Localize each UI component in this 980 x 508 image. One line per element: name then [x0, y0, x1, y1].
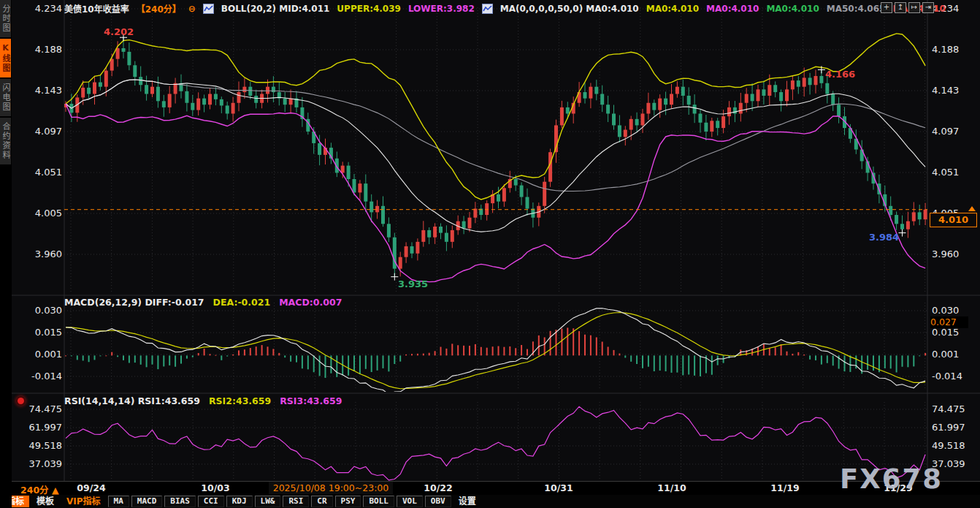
toolbar-BIAS[interactable]: BIAS: [164, 496, 196, 507]
macd-macd-label: MACD:0.007: [279, 297, 342, 308]
sidebar-tab-分时图[interactable]: 分时图: [0, 0, 11, 37]
boll-mid-label: BOLL(20,2) MID:4.011: [221, 4, 330, 14]
rsi-axis-right-2: 49.518: [932, 440, 977, 451]
boll-lower-label: LOWER:3.982: [408, 4, 475, 14]
price-axis-left-2: 4.143: [22, 85, 62, 96]
toolbar-VOL[interactable]: VOL: [397, 496, 423, 507]
last-price-marker: [968, 206, 976, 211]
macd-axis-right-0: 0.030: [932, 305, 977, 316]
x-tick-11/10: 11/10: [646, 482, 697, 493]
sidebar-tab-合约资料[interactable]: 合约资料: [0, 118, 11, 164]
macd-axis-left-2: 0.001: [22, 349, 62, 360]
crosshair-icon[interactable]: +: [881, 2, 892, 13]
macd-axis-right-2: 0.001: [932, 349, 977, 360]
toolbar-OBV[interactable]: OBV: [425, 496, 451, 507]
price-axis-left-3: 4.097: [22, 126, 62, 137]
x-tick-10/03: 10/03: [190, 482, 241, 493]
macd-axis-right-1: 0.015: [932, 327, 977, 338]
x-tick-09/24: 09/24: [66, 482, 117, 493]
macd-axis-left-3: -0.014: [22, 371, 62, 382]
time-axis: 240分 ▲ 2025/10/08 19:00~23:00 三 09/2410/…: [0, 481, 980, 495]
sidebar-tab-闪电图[interactable]: 闪电图: [0, 79, 11, 116]
high-annotation-2: 4.166: [825, 69, 855, 80]
toolbar-MA[interactable]: MA: [108, 496, 129, 507]
price-axis-left-0: 4.234: [22, 3, 62, 14]
toolbar-KDJ[interactable]: KDJ: [226, 496, 253, 507]
toolbar-PSY[interactable]: PSY: [335, 496, 361, 507]
symbol-title: 美债10年收益率: [64, 2, 129, 15]
toolbar-CR[interactable]: CR: [311, 496, 332, 507]
ma0-white-label: MA(0,0,0,0,50,0) MA0:4.010: [500, 4, 639, 14]
price-axis-left-1: 4.188: [22, 44, 62, 55]
low-annotation-2: 3.984: [869, 232, 899, 243]
toolbar-CCI[interactable]: CCI: [198, 496, 224, 507]
x-tick-11/19: 11/19: [759, 482, 811, 493]
macd-dea-label: DEA:-0.021: [213, 297, 271, 308]
price-axis-left-5: 4.005: [22, 208, 62, 219]
high-annotation-1: 4.202: [104, 26, 134, 37]
indicator-header: 美债10年收益率【240分】⊖BOLL(20,2) MID:4.011UPPER…: [64, 2, 946, 15]
rsi2-label: RSI2:43.659: [209, 395, 271, 406]
hover-date-tooltip: 2025/10/08 19:00~23:00 三: [269, 482, 393, 494]
boll-upper-label: UPPER:4.039: [337, 4, 401, 14]
ma0-magenta-label: MA0:4.010: [706, 4, 759, 14]
bottom-toolbar: 指标模板VIP指标MAMACDBIASCCIKDJLW&RSICRPSYBOLL…: [0, 495, 980, 508]
rsi-axis-left-2: 49.518: [22, 440, 62, 451]
sidebar-tab-K线图[interactable]: K线图: [0, 39, 11, 77]
price-axis-right-6: 3.960: [932, 249, 977, 259]
ma50-label: MA50:4.065: [827, 4, 886, 14]
toolbar-MACD[interactable]: MACD: [131, 496, 163, 507]
sidebar: 分时图K线图闪电图合约资料: [0, 0, 12, 508]
toolbar-VIP指标[interactable]: VIP指标: [61, 496, 106, 507]
macd-axis-left-0: 0.030: [22, 305, 62, 316]
toolbar-RSI[interactable]: RSI: [283, 496, 309, 507]
boll-icon[interactable]: [203, 4, 214, 14]
live-alert-icon: [18, 398, 24, 404]
price-axis-right-2: 4.143: [932, 85, 977, 96]
price-axis-right-4: 4.051: [932, 167, 977, 178]
macd-header: MACD(26,12,9) DIFF:-0.017 DEA:-0.021 MAC…: [64, 297, 342, 308]
macd-title: MACD(26,12,9) DIFF:-0.017: [64, 297, 204, 308]
price-axis-right-3: 4.097: [932, 126, 977, 137]
period-label: 【240分】: [137, 2, 181, 15]
low-annotation-1: 3.935: [398, 278, 428, 289]
macd-value-tag: 0.027: [930, 316, 968, 328]
rsi3-label: RSI3:43.659: [280, 395, 342, 406]
last-price-tag: 4.010: [930, 213, 977, 227]
fx678-watermark: FX678: [840, 463, 943, 495]
collapse-icon[interactable]: ⊖: [188, 4, 196, 14]
rsi-axis-left-3: 37.039: [22, 458, 62, 469]
macd-axis-left-1: 0.015: [22, 327, 62, 338]
rsi-header: RSI(14,14,14) RSI1:43.659 RSI2:43.659 RS…: [64, 395, 342, 406]
toolbar-模板[interactable]: 模板: [31, 496, 59, 507]
chart-corner-toolbar: +↥↦⇥: [881, 2, 934, 13]
toolbar-BOLL[interactable]: BOLL: [363, 496, 394, 507]
toolbar-设置[interactable]: 设置: [453, 496, 481, 507]
chart-window: 分时图K线图闪电图合约资料 美债10年收益率【240分】⊖BOLL(20,2) …: [0, 0, 980, 508]
ma0-green-label: MA0:4.010: [766, 4, 819, 14]
x-tick-10/22: 10/22: [413, 482, 464, 493]
rsi-axis-left-1: 61.997: [22, 422, 62, 433]
scale-y-icon[interactable]: ↥: [895, 2, 906, 13]
macd-axis-right-3: -0.014: [932, 371, 977, 382]
price-axis-left-4: 4.051: [22, 167, 62, 178]
rsi-title: RSI(14,14,14) RSI1:43.659: [64, 395, 200, 406]
rsi-axis-right-0: 74.475: [932, 403, 977, 414]
ma-icon[interactable]: [482, 4, 493, 14]
scale-x-icon[interactable]: ↦: [908, 2, 920, 13]
toolbar-LW&[interactable]: LW&: [255, 496, 281, 507]
ma0-yellow-label: MA0:4.010: [646, 4, 699, 14]
rsi-axis-left-0: 74.475: [22, 403, 62, 414]
rsi-axis-right-1: 61.997: [932, 422, 977, 433]
price-axis-right-1: 4.188: [932, 44, 977, 55]
detach-icon[interactable]: ⇥: [922, 2, 934, 13]
price-axis-left-6: 3.960: [22, 249, 62, 259]
x-tick-10/31: 10/31: [533, 482, 584, 493]
